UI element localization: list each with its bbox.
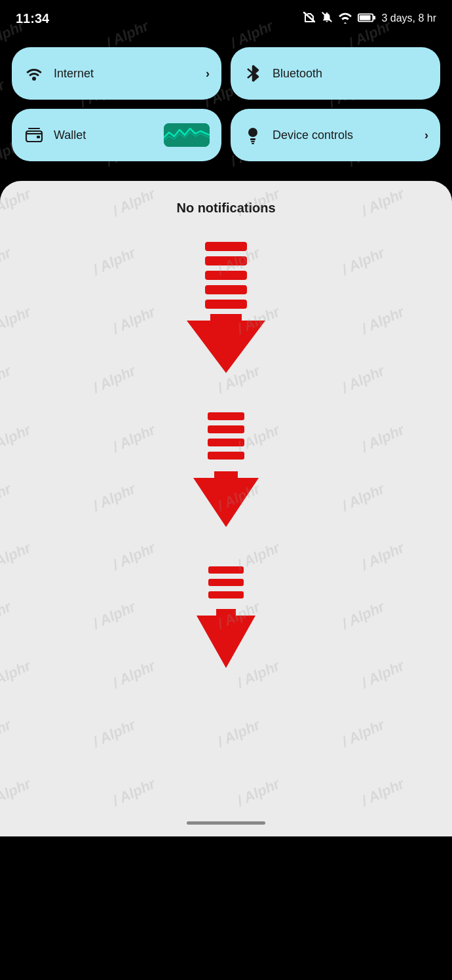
svg-rect-20 bbox=[208, 412, 244, 420]
tile-device-controls[interactable]: Device controls › bbox=[231, 109, 440, 161]
wallet-icon bbox=[24, 127, 45, 143]
svg-point-2 bbox=[345, 22, 347, 24]
svg-marker-19 bbox=[187, 314, 265, 373]
device-controls-chevron: › bbox=[424, 128, 428, 142]
svg-rect-5 bbox=[373, 16, 376, 20]
internet-chevron: › bbox=[206, 67, 210, 81]
svg-rect-26 bbox=[208, 579, 244, 586]
svg-rect-18 bbox=[205, 300, 247, 309]
svg-rect-13 bbox=[252, 143, 254, 144]
status-bar: 11:34 bbox=[0, 0, 452, 34]
no-sim-icon bbox=[303, 11, 316, 26]
no-notifications-text: No notifications bbox=[176, 201, 275, 216]
svg-rect-8 bbox=[37, 136, 40, 138]
status-time: 11:34 bbox=[16, 11, 49, 26]
svg-marker-24 bbox=[193, 471, 259, 527]
down-arrow-1 bbox=[187, 242, 265, 373]
tile-bluetooth[interactable]: Bluetooth bbox=[231, 47, 440, 100]
quick-settings-grid: Internet › Bluetooth Wallet bbox=[0, 34, 452, 181]
device-controls-label: Device controls bbox=[273, 128, 415, 142]
battery-icon bbox=[358, 12, 376, 25]
down-arrow-2 bbox=[193, 412, 259, 527]
svg-rect-22 bbox=[208, 439, 244, 446]
arrow-group-3 bbox=[197, 566, 255, 668]
bluetooth-icon bbox=[242, 64, 263, 83]
svg-rect-21 bbox=[208, 425, 244, 433]
internet-label: Internet bbox=[54, 67, 197, 81]
svg-rect-15 bbox=[205, 256, 247, 265]
arrows-container bbox=[13, 235, 439, 668]
svg-point-6 bbox=[32, 77, 36, 81]
svg-rect-4 bbox=[360, 15, 371, 20]
wallet-label: Wallet bbox=[54, 128, 155, 142]
notification-panel: / Alphr / Alphr / Alphr / Alphr / Alphr … bbox=[0, 181, 452, 836]
bluetooth-label: Bluetooth bbox=[273, 67, 428, 81]
svg-rect-25 bbox=[208, 566, 244, 574]
home-indicator bbox=[187, 821, 265, 825]
wifi-status-icon bbox=[338, 12, 352, 26]
svg-rect-17 bbox=[205, 285, 247, 294]
svg-rect-11 bbox=[250, 138, 255, 140]
wifi-icon bbox=[24, 66, 45, 81]
svg-rect-14 bbox=[205, 242, 247, 251]
mute-icon bbox=[321, 11, 333, 26]
battery-text: 3 days, 8 hr bbox=[381, 12, 436, 24]
bulb-icon bbox=[242, 126, 263, 144]
svg-marker-28 bbox=[197, 609, 255, 668]
tile-wallet[interactable]: Wallet bbox=[12, 109, 221, 161]
svg-rect-23 bbox=[208, 452, 244, 460]
down-arrow-3 bbox=[197, 566, 255, 668]
wallet-card-image bbox=[164, 123, 210, 147]
arrow-group-1 bbox=[187, 242, 265, 373]
tile-internet[interactable]: Internet › bbox=[12, 47, 221, 100]
svg-rect-16 bbox=[205, 271, 247, 280]
arrow-group-2 bbox=[193, 412, 259, 527]
svg-point-10 bbox=[248, 128, 257, 137]
status-icons: 3 days, 8 hr bbox=[303, 11, 436, 26]
svg-rect-27 bbox=[208, 591, 244, 598]
svg-rect-12 bbox=[251, 141, 255, 142]
